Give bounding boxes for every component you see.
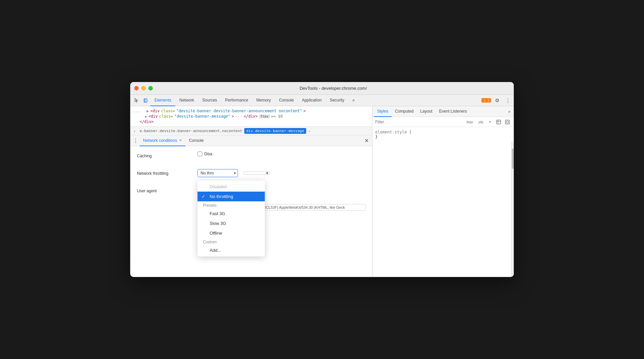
throttling-dropdown: Disabled ✓ No throttling Presets bbox=[198, 181, 265, 256]
throttling-select-value: No thro bbox=[201, 171, 214, 175]
styles-tab-event-listeners[interactable]: Event Listeners bbox=[436, 106, 470, 117]
cls-button[interactable]: .cls bbox=[476, 119, 485, 125]
settings-button[interactable]: ⚙ bbox=[492, 96, 502, 105]
hov-button[interactable]: :hov bbox=[464, 119, 475, 125]
pointer-icon[interactable] bbox=[132, 96, 141, 105]
tab-elements[interactable]: Elements bbox=[150, 95, 175, 106]
dom-line-2: ▶ <div class= "devsite-banner-message" >… bbox=[130, 114, 372, 119]
tab-sources[interactable]: Sources bbox=[198, 95, 221, 106]
fast3g-label: Fast 3G bbox=[210, 211, 225, 216]
breadcrumb-bar: ‹ e-banner.devsite-banner-announcement.n… bbox=[130, 127, 372, 135]
tab-network[interactable]: Network bbox=[175, 95, 198, 106]
dom-tag-close: > bbox=[303, 109, 306, 113]
bottom-panel: ⋮ Network conditions ✕ Console ✕ Caching bbox=[130, 135, 372, 277]
tab-network-conditions[interactable]: Network conditions ✕ bbox=[140, 135, 185, 146]
styles-tab-layout[interactable]: Layout bbox=[417, 106, 436, 117]
dom-closing-tag: </div> bbox=[140, 119, 154, 124]
tab-security[interactable]: Security bbox=[326, 95, 348, 106]
bottom-panel-close-button[interactable]: ✕ bbox=[362, 137, 371, 144]
devtools-tab-bar: Elements Network Sources Performance Mem… bbox=[130, 95, 514, 106]
dropdown-add[interactable]: Add... bbox=[198, 245, 265, 255]
styles-toolbar: :hov .cls + bbox=[372, 117, 514, 127]
breadcrumb-item-1[interactable]: e-banner.devsite-banner-announcement.noc… bbox=[138, 128, 244, 134]
color-picker-icon[interactable] bbox=[495, 118, 502, 126]
styles-tab-computed[interactable]: Computed bbox=[392, 106, 417, 117]
warning-icon: ⚠ bbox=[483, 98, 486, 102]
styles-rule-selector: element.style { bbox=[375, 130, 412, 134]
maximize-button[interactable] bbox=[148, 86, 153, 90]
svg-rect-3 bbox=[505, 120, 509, 124]
dom-triangle[interactable]: ▶ bbox=[145, 115, 147, 118]
dom-attr-value: "devsite-banner devsite-banner-announcem… bbox=[176, 109, 302, 113]
throttling-second-select-wrapper: ▾ bbox=[243, 171, 270, 175]
flex-badge: flex bbox=[259, 115, 270, 118]
close-button[interactable] bbox=[134, 86, 139, 90]
network-conditions-close[interactable]: ✕ bbox=[179, 138, 182, 143]
caching-control: Disa bbox=[198, 152, 365, 156]
breadcrumb-left-arrow[interactable]: ‹ bbox=[132, 128, 138, 134]
tab-more[interactable]: » bbox=[348, 95, 359, 106]
left-panel: ... ▶ <div class= "devsite-banner devsit… bbox=[130, 106, 372, 277]
more-options-button[interactable]: ⋮ bbox=[503, 96, 512, 105]
minimize-button[interactable] bbox=[141, 86, 146, 90]
dom-arrow: ▶ bbox=[141, 109, 149, 113]
tabs-right-area: ⚠ 1 ⚙ ⋮ bbox=[481, 96, 512, 105]
throttling-select[interactable]: No thro bbox=[198, 169, 238, 177]
devtools-window: DevTools - developer.chrome.com/ Element… bbox=[130, 82, 514, 277]
devtools-panel: Elements Network Sources Performance Mem… bbox=[130, 95, 514, 277]
styles-tab-more[interactable]: » bbox=[506, 109, 512, 114]
styles-filter-input[interactable] bbox=[375, 120, 463, 124]
tab-performance[interactable]: Performance bbox=[221, 95, 252, 106]
throttling-second-select[interactable] bbox=[243, 171, 270, 175]
tab-console[interactable]: Console bbox=[275, 95, 298, 106]
dom-inner-ellipsis: ··· bbox=[235, 114, 242, 119]
styles-content: element.style { } bbox=[372, 127, 514, 142]
dom-tag2-gt: > bbox=[231, 114, 234, 119]
traffic-lights bbox=[134, 86, 153, 90]
tab-console-bottom[interactable]: Console bbox=[185, 135, 207, 146]
bottom-panel-options[interactable]: ⋮ bbox=[132, 137, 140, 145]
caching-checkbox[interactable] bbox=[198, 152, 202, 156]
throttling-label: Network throttling bbox=[137, 169, 198, 176]
offline-label: Offline bbox=[210, 231, 222, 236]
network-conditions-content: Caching Disa Network throttling bbox=[130, 146, 372, 277]
styles-tab-styles[interactable]: Styles bbox=[374, 106, 392, 117]
dropdown-slow3g[interactable]: Slow 3G bbox=[198, 218, 265, 228]
layout-icon[interactable] bbox=[504, 118, 511, 126]
dropdown-fast3g[interactable]: Fast 3G bbox=[198, 209, 265, 218]
dom-attr-class: class= bbox=[161, 109, 175, 113]
warning-badge[interactable]: ⚠ 1 bbox=[481, 98, 491, 103]
styles-rule: element.style { bbox=[375, 130, 511, 134]
breadcrumb-right-arrow[interactable]: › bbox=[306, 128, 312, 134]
right-panel-scrollbar[interactable] bbox=[511, 142, 514, 277]
breadcrumb-item-2[interactable]: div.devsite-banner-message bbox=[244, 128, 306, 134]
dom-line-1: ... ▶ <div class= "devsite-banner devsit… bbox=[130, 108, 372, 114]
right-panel-body bbox=[372, 142, 514, 277]
add-style-icon[interactable]: + bbox=[486, 118, 494, 126]
window-title: DevTools - developer.chrome.com/ bbox=[157, 86, 510, 91]
dom-tag2-end: </div> bbox=[244, 114, 258, 119]
slow3g-label: Slow 3G bbox=[210, 221, 226, 226]
warning-count: 1 bbox=[487, 98, 489, 102]
ellipsis: ... bbox=[133, 109, 140, 113]
devtools-content-area: ... ▶ <div class= "devsite-banner devsit… bbox=[130, 106, 514, 277]
network-conditions-label: Network conditions bbox=[143, 138, 177, 143]
tab-memory[interactable]: Memory bbox=[252, 95, 275, 106]
svg-rect-2 bbox=[497, 120, 501, 124]
svg-rect-4 bbox=[506, 121, 508, 123]
dom-inspector: ... ▶ <div class= "devsite-banner devsit… bbox=[130, 106, 372, 127]
custom-label: Custom bbox=[203, 240, 217, 244]
dom-tag-open: <div bbox=[150, 109, 160, 113]
throttling-control: No thro Disabled ✓ bbox=[198, 169, 365, 177]
caching-checkbox-label[interactable]: Disa bbox=[198, 152, 212, 156]
inspect-icon[interactable] bbox=[141, 96, 150, 105]
checkmark-icon: ✓ bbox=[202, 194, 205, 199]
tab-application[interactable]: Application bbox=[298, 95, 326, 106]
styles-brace-close: } bbox=[375, 134, 378, 139]
dropdown-offline[interactable]: Offline bbox=[198, 228, 265, 238]
left-arrow-icon: ‹ bbox=[134, 129, 135, 133]
dropdown-disabled-option: Disabled bbox=[198, 182, 265, 192]
dropdown-presets-header: Presets bbox=[198, 201, 265, 209]
svg-rect-0 bbox=[144, 99, 147, 102]
dropdown-no-throttling[interactable]: ✓ No throttling bbox=[198, 192, 265, 201]
